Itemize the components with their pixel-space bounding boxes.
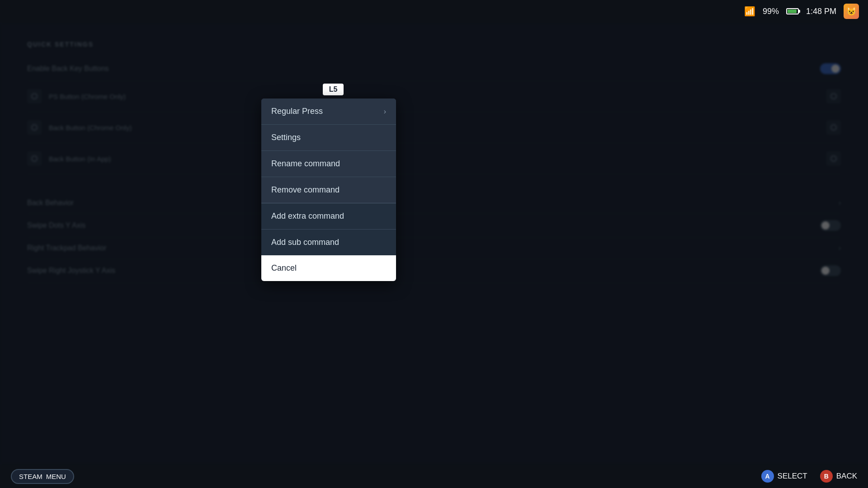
menu-item-settings-label: Settings: [271, 133, 301, 142]
menu-item-settings[interactable]: Settings: [261, 125, 396, 151]
overlay: [0, 23, 868, 465]
menu-item-remove-command[interactable]: Remove command: [261, 177, 396, 203]
menu-label: MENU: [46, 473, 66, 480]
menu-item-regular-press[interactable]: Regular Press ›: [261, 99, 396, 125]
clock: 1:48 PM: [806, 7, 836, 16]
back-label: BACK: [836, 472, 857, 481]
battery-percent: 99%: [763, 7, 779, 16]
menu-item-add-extra-command-label: Add extra command: [271, 211, 344, 221]
key-indicator: L5: [323, 84, 344, 95]
menu-item-add-sub-command[interactable]: Add sub command: [261, 230, 396, 255]
battery-icon: [786, 8, 799, 14]
menu-group-1: Regular Press › Settings Rename command …: [261, 99, 396, 203]
btn-a-icon: A: [761, 470, 774, 483]
select-label: SELECT: [778, 472, 807, 481]
bottom-actions: A SELECT B BACK: [761, 470, 857, 483]
back-action[interactable]: B BACK: [820, 470, 857, 483]
btn-b-icon: B: [820, 470, 833, 483]
status-bar: 📶 99% 1:48 PM 😺: [0, 0, 868, 23]
menu-item-cancel-label: Cancel: [271, 263, 297, 273]
menu-item-rename-command-label: Rename command: [271, 159, 340, 169]
menu-group-2: Add extra command Add sub command: [261, 203, 396, 255]
menu-item-add-sub-command-label: Add sub command: [271, 238, 339, 247]
menu-chevron-regular-press: ›: [384, 108, 386, 116]
key-badge: L5: [323, 84, 344, 95]
wifi-icon: 📶: [744, 6, 755, 17]
menu-item-remove-command-label: Remove command: [271, 185, 340, 195]
select-action[interactable]: A SELECT: [761, 470, 807, 483]
menu-item-regular-press-label: Regular Press: [271, 107, 323, 116]
dropdown-menu: Regular Press › Settings Rename command …: [261, 99, 396, 281]
steam-menu-button[interactable]: STEAM MENU: [11, 469, 74, 484]
bottom-bar: STEAM MENU A SELECT B BACK: [0, 465, 868, 488]
app-icon: 😺: [844, 4, 859, 19]
menu-item-rename-command[interactable]: Rename command: [261, 151, 396, 177]
steam-label: STEAM: [19, 473, 42, 480]
menu-item-add-extra-command[interactable]: Add extra command: [261, 203, 396, 230]
menu-item-cancel[interactable]: Cancel: [261, 255, 396, 281]
